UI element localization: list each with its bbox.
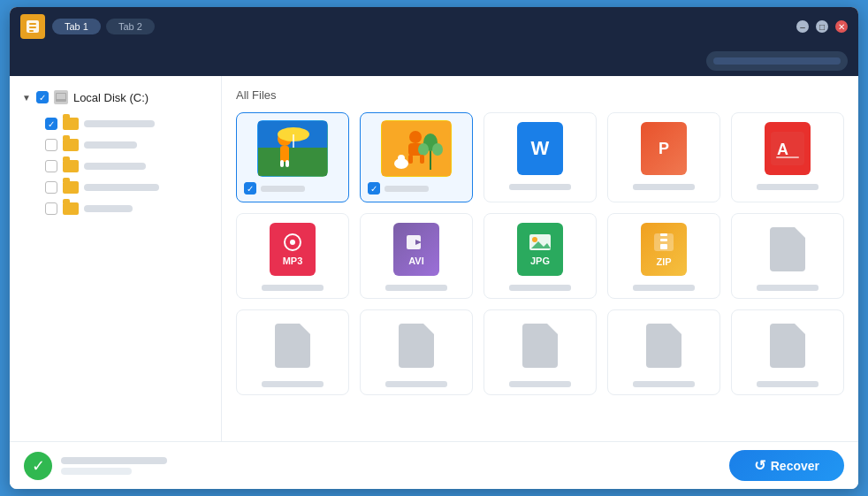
file-name-bar [757,184,819,190]
generic-icon [517,319,563,372]
zip-label: ZIP [656,256,671,267]
maximize-button[interactable]: □ [816,20,828,33]
item-checkbox[interactable]: ✓ [45,118,57,130]
mp3-label: MP3 [283,256,303,266]
svg-point-19 [418,143,429,156]
app-icon [20,14,45,39]
file-thumbnail: JPG [505,221,575,278]
file-name-bar [633,184,695,190]
file-card[interactable]: ✓ [236,112,349,202]
file-card[interactable] [236,309,349,395]
status-text-bar [61,457,167,464]
file-checkbox[interactable]: ✓ [368,182,380,195]
file-card[interactable]: W [483,112,597,202]
ppt-icon: P [641,122,687,175]
pdf-icon: A [765,122,811,175]
jpg-label: JPG [530,256,550,266]
item-checkbox[interactable] [45,181,57,194]
svg-point-29 [290,240,295,245]
file-thumbnail: AVI [381,221,452,278]
item-checkbox[interactable] [45,160,57,172]
file-card[interactable] [731,213,844,299]
list-item[interactable] [42,134,214,156]
search-bar[interactable] [706,51,848,71]
file-thumbnail [257,120,328,177]
file-name-bar [633,285,695,291]
file-card[interactable]: ZIP [607,213,720,299]
file-shape [399,324,434,368]
sidebar-root-item[interactable]: ▼ ✓ Local Disk (C:) [17,87,214,108]
root-label: Local Disk (C:) [73,91,148,104]
tab-2[interactable]: Tab 2 [106,19,155,34]
folder-icon [63,160,79,172]
svg-text:A: A [777,141,788,158]
item-label-bar [84,141,137,149]
file-card[interactable]: MP3 [236,213,349,299]
svg-rect-22 [420,155,424,164]
checkmark-icon: ✓ [48,119,55,129]
bottom-bar: ✓ ↺ Recover [10,441,858,489]
generic-icon [393,319,439,372]
svg-point-24 [398,155,405,162]
file-card[interactable]: AVI [360,213,473,299]
item-label-bar [84,120,155,127]
status-subtext-bar [61,468,132,475]
close-button[interactable]: ✕ [835,20,848,33]
recover-button[interactable]: ↺ Recover [729,450,844,481]
file-thumbnail [505,317,575,374]
item-checkbox[interactable] [45,139,57,151]
file-thumbnail [752,317,823,374]
checkmark-icon: ✓ [370,184,377,194]
file-checkbox[interactable]: ✓ [244,182,256,195]
file-shape [646,324,681,368]
svg-rect-12 [280,160,284,167]
generic-icon [765,319,811,372]
file-content: All Files [222,76,858,441]
file-card[interactable]: A [731,112,844,202]
svg-rect-1 [29,23,36,25]
file-thumbnail [257,317,328,374]
checkmark-icon: ✓ [247,184,254,194]
svg-rect-37 [660,239,667,241]
avi-icon: AVI [393,223,439,276]
svg-point-15 [409,131,422,143]
folder-icon [63,202,79,215]
file-thumbnail: MP3 [257,221,328,278]
list-item[interactable] [42,177,214,198]
svg-rect-9 [280,146,289,162]
list-item[interactable] [42,156,214,177]
root-checkbox[interactable]: ✓ [36,91,49,103]
title-bar-left: Tab 1 Tab 2 [20,14,155,39]
file-card[interactable]: JPG [483,213,597,299]
file-thumbnail [381,317,452,374]
file-name-bar [757,285,819,291]
file-card[interactable] [360,309,473,395]
file-thumbnail [628,317,699,374]
svg-rect-3 [29,30,34,32]
file-card[interactable] [731,309,844,395]
file-card[interactable] [483,309,597,395]
svg-rect-27 [776,156,799,158]
file-card[interactable]: ✓ [360,112,473,202]
sidebar-sub-items: ✓ [17,113,214,219]
file-card[interactable]: P [607,112,720,202]
minimize-button[interactable]: – [796,20,809,33]
window-controls: – □ ✕ [796,20,848,33]
zip-icon: ZIP [641,223,687,276]
main-window: Tab 1 Tab 2 – □ ✕ ▼ ✓ [10,7,858,489]
item-label-bar [84,163,146,170]
item-label-bar [84,205,133,212]
file-name-bar [509,184,571,190]
file-thumbnail: W [505,120,575,177]
item-checkbox[interactable] [45,202,57,215]
folder-icon [63,118,79,130]
file-name-bar [385,186,429,192]
list-item[interactable]: ✓ [42,113,214,134]
tab-1[interactable]: Tab 1 [52,19,101,34]
file-thumbnail: A [752,120,823,177]
file-thumbnail [752,221,823,278]
file-name-bar [509,285,571,291]
file-card[interactable] [607,309,720,395]
list-item[interactable] [42,198,214,219]
checkmark-icon: ✓ [39,93,46,103]
